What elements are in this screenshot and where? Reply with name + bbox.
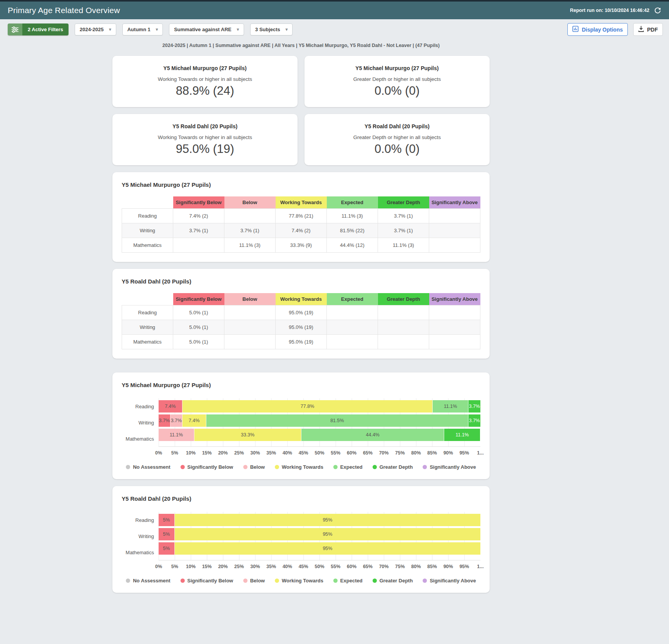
category-label: Reading	[122, 398, 154, 414]
category-label: Mathematics	[122, 544, 154, 560]
x-axis-tick: 65%	[363, 450, 373, 456]
x-axis-tick: 10%	[186, 564, 196, 569]
report-content: 2024-2025 | Autumn 1 | Summative against…	[112, 43, 490, 608]
legend-label: Greater Depth	[380, 464, 413, 470]
active-filters-button[interactable]: 2 Active Filters	[8, 23, 69, 35]
row-label: Reading	[122, 209, 173, 223]
legend-label: Significantly Above	[430, 578, 476, 584]
report-run-timestamp: Report run on: 10/10/2024 16:46:42	[570, 8, 649, 13]
value-cell: 5.0% (1)	[173, 320, 224, 335]
legend-item-significantly_above[interactable]: Significantly Above	[423, 464, 476, 470]
chart-card: Y5 Roald Dahl (20 Pupils)ReadingWritingM…	[112, 486, 490, 593]
chevron-down-icon: ▾	[286, 27, 288, 32]
legend-dot-expected	[333, 579, 338, 583]
legend-item-significantly_below[interactable]: Significantly Below	[181, 578, 233, 584]
pdf-button[interactable]: PDF	[633, 23, 663, 36]
bar-segment-working_towards: 95%	[175, 542, 480, 555]
column-header-significantly_below: Significantly Below	[173, 293, 224, 305]
legend-item-below[interactable]: Below	[243, 578, 265, 584]
x-axis-tick: 70%	[379, 564, 389, 569]
assessment-table-card: Y5 Michael Murpurgo (27 Pupils)Significa…	[112, 172, 490, 262]
assessment-table: Significantly BelowBelowWorking TowardsE…	[122, 196, 480, 253]
legend-dot-significantly_above	[423, 465, 427, 469]
x-axis-tick: 60%	[347, 450, 356, 456]
header-right: Report run on: 10/10/2024 16:46:42	[570, 7, 661, 14]
x-axis-tick: 35%	[266, 564, 276, 569]
value-cell: 7.4% (2)	[276, 223, 327, 238]
legend-dot-significantly_below	[181, 465, 185, 469]
legend-label: Expected	[340, 578, 363, 584]
active-filters-label: 2 Active Filters	[22, 23, 69, 35]
column-header-expected: Expected	[327, 293, 378, 305]
legend-item-working_towards[interactable]: Working Towards	[275, 464, 323, 470]
summary-cards-grid: Y5 Michael Murpurgo (27 Pupils)Working T…	[112, 56, 490, 165]
legend-item-working_towards[interactable]: Working Towards	[275, 578, 323, 584]
value-cell	[378, 320, 429, 335]
legend-item-below[interactable]: Below	[243, 464, 265, 470]
x-axis-tick: 80%	[411, 450, 421, 456]
legend-item-expected[interactable]: Expected	[333, 464, 363, 470]
table-body: Reading7.4% (2)77.8% (21)11.1% (3)3.7% (…	[122, 209, 480, 253]
summary-card-value: 0.0% (0)	[314, 142, 480, 156]
x-axis-tick: 20%	[218, 450, 228, 456]
column-header-below: Below	[224, 293, 276, 305]
legend-label: Working Towards	[282, 464, 323, 470]
table-row: Mathematics11.1% (3)33.3% (9)44.4% (12)1…	[122, 238, 480, 253]
x-axis-tick: 5%	[171, 450, 178, 456]
filter-sliders-icon[interactable]	[8, 23, 22, 35]
value-cell	[429, 320, 480, 335]
table-title: Y5 Michael Murpurgo (27 Pupils)	[122, 181, 480, 188]
value-cell	[224, 335, 276, 349]
value-cell: 33.3% (9)	[276, 238, 327, 253]
bar-segment-expected: 81.5%	[206, 414, 468, 427]
x-axis-tick: 80%	[411, 564, 421, 569]
summary-card-value: 88.9% (24)	[122, 84, 288, 98]
refresh-icon[interactable]	[654, 7, 661, 14]
chart-title: Y5 Michael Murpurgo (27 Pupils)	[122, 382, 480, 388]
x-axis-tick: 55%	[331, 450, 340, 456]
legend-item-greater_depth[interactable]: Greater Depth	[373, 464, 413, 470]
x-axis-tick: 10%	[186, 450, 196, 456]
table-header-row: Significantly BelowBelowWorking TowardsE…	[122, 196, 480, 209]
corner-cell	[122, 293, 173, 305]
breadcrumb: 2024-2025 | Autumn 1 | Summative against…	[112, 43, 490, 48]
legend-item-significantly_below[interactable]: Significantly Below	[181, 464, 233, 470]
summary-card-value: 0.0% (0)	[314, 84, 480, 98]
summary-card: Y5 Michael Murpurgo (27 Pupils)Working T…	[112, 56, 298, 107]
value-cell: 95.0% (19)	[276, 320, 327, 335]
legend-item-expected[interactable]: Expected	[333, 578, 363, 584]
bar-segment-working_towards: 95%	[175, 528, 480, 540]
legend-dot-no_assessment	[126, 465, 130, 469]
x-axis-tick: 15%	[202, 450, 212, 456]
chart-plot: ReadingWritingMathematics7.4%77.8%11.1%3…	[122, 398, 480, 447]
legend-item-no_assessment[interactable]: No Assessment	[126, 464, 170, 470]
value-cell	[429, 238, 480, 253]
filter-dropdown-academic-year[interactable]: 2024-2025 ▾	[75, 23, 116, 35]
filter-dropdown-assessment-type[interactable]: Summative against ARE ▾	[169, 23, 244, 35]
value-cell	[429, 223, 480, 238]
pdf-label: PDF	[647, 27, 658, 33]
chart-card: Y5 Michael Murpurgo (27 Pupils)ReadingWr…	[112, 372, 490, 479]
legend-dot-no_assessment	[126, 579, 130, 583]
table-head: Significantly BelowBelowWorking TowardsE…	[122, 196, 480, 209]
legend-item-no_assessment[interactable]: No Assessment	[126, 578, 170, 584]
filter-dropdown-term[interactable]: Autumn 1 ▾	[122, 23, 163, 35]
legend-label: Below	[250, 578, 265, 584]
x-axis-tick: 1...	[477, 564, 483, 569]
legend-item-significantly_above[interactable]: Significantly Above	[423, 578, 476, 584]
legend-label: No Assessment	[133, 578, 170, 584]
x-axis-tick: 40%	[283, 564, 292, 569]
chart-title: Y5 Roald Dahl (20 Pupils)	[122, 495, 480, 502]
legend-dot-below	[243, 465, 248, 469]
x-axis-tick: 15%	[202, 564, 212, 569]
display-options-button[interactable]: Display Options	[567, 23, 628, 36]
summary-card-title: Y5 Roald Dahl (20 Pupils)	[122, 123, 288, 129]
stacked-bar: 7.4%77.8%11.1%3.7%	[159, 400, 480, 413]
filter-dropdown-subjects[interactable]: 3 Subjects ▾	[250, 23, 293, 35]
column-header-significantly_above: Significantly Above	[429, 293, 480, 305]
summary-card-value: 95.0% (19)	[122, 142, 288, 156]
filter-dropdown-academic-year-value: 2024-2025	[80, 27, 104, 32]
legend-item-greater_depth[interactable]: Greater Depth	[373, 578, 413, 584]
legend-dot-significantly_above	[423, 579, 427, 583]
value-cell	[327, 305, 378, 320]
